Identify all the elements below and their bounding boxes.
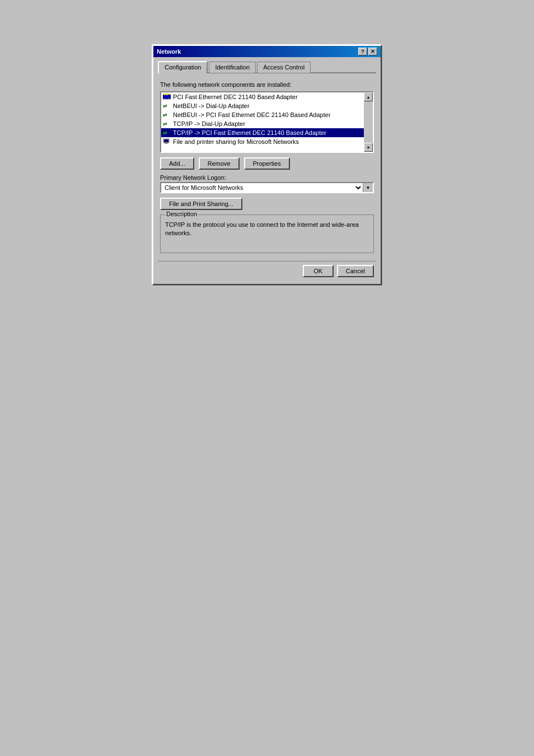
list-item-label: File and printer sharing for Microsoft N… xyxy=(173,138,299,145)
svg-text:⇄: ⇄ xyxy=(163,130,167,136)
svg-text:⇄: ⇄ xyxy=(163,121,167,127)
remove-button[interactable]: Remove xyxy=(199,157,240,170)
list-item[interactable]: ⇄ TCP/IP -> PCI Fast Ethernet DEC 21140 … xyxy=(161,128,364,137)
dialog-body: Configuration Identification Access Cont… xyxy=(153,57,381,284)
svg-rect-7 xyxy=(169,98,170,99)
properties-button[interactable]: Properties xyxy=(244,157,290,170)
close-button[interactable]: ✕ xyxy=(368,48,377,55)
scroll-thumb[interactable] xyxy=(364,101,373,143)
title-bar: Network ? ✕ xyxy=(153,46,381,57)
cancel-button[interactable]: Cancel xyxy=(337,265,374,277)
description-text: TCP/IP is the protocol you use to connec… xyxy=(165,221,369,238)
svg-rect-6 xyxy=(168,98,168,99)
scroll-up-button[interactable]: ▲ xyxy=(364,92,373,101)
primary-logon-dropdown-wrapper[interactable]: Client for Microsoft Networks Windows Lo… xyxy=(160,182,374,193)
help-button[interactable]: ? xyxy=(358,48,367,55)
network-dialog: Network ? ✕ Configuration Identification… xyxy=(152,45,382,285)
tab-content-configuration: The following network components are ins… xyxy=(158,78,376,256)
primary-logon-label: Primary Network Logon: xyxy=(160,174,374,181)
tab-identification[interactable]: Identification xyxy=(209,62,256,73)
svg-rect-2 xyxy=(164,94,166,95)
protocol-icon: ⇄ xyxy=(162,102,171,110)
title-bar-text: Network xyxy=(157,48,181,55)
list-item-label: TCP/IP -> PCI Fast Ethernet DEC 21140 Ba… xyxy=(173,129,326,136)
list-scrollbar[interactable]: ▲ ▼ xyxy=(364,92,373,152)
file-print-sharing-button[interactable]: File and Print Sharing... xyxy=(160,198,242,210)
list-item-label: NetBEUI -> Dial-Up Adapter xyxy=(173,102,250,109)
description-legend: Description xyxy=(165,211,198,217)
list-item[interactable]: ⇄ NetBEUI -> Dial-Up Adapter xyxy=(161,101,364,110)
primary-logon-dropdown[interactable]: Client for Microsoft Networks Windows Lo… xyxy=(161,183,363,192)
list-item[interactable]: File and printer sharing for Microsoft N… xyxy=(161,137,364,146)
description-group: Description TCP/IP is the protocol you u… xyxy=(160,214,374,253)
svg-rect-4 xyxy=(164,98,165,99)
svg-rect-15 xyxy=(165,143,168,144)
tab-strip: Configuration Identification Access Cont… xyxy=(158,60,376,73)
title-bar-buttons: ? ✕ xyxy=(358,48,377,55)
tab-access-control[interactable]: Access Control xyxy=(257,62,311,73)
installed-label: The following network components are ins… xyxy=(160,81,374,88)
list-item[interactable]: ⇄ TCP/IP -> Dial-Up Adapter xyxy=(161,119,364,128)
network-components-list[interactable]: PCI Fast Ethernet DEC 21140 Based Adapte… xyxy=(161,92,364,152)
protocol-icon: ⇄ xyxy=(162,111,171,119)
list-item-label: NetBEUI -> PCI Fast Ethernet DEC 21140 B… xyxy=(173,111,331,118)
list-item-label: TCP/IP -> Dial-Up Adapter xyxy=(173,120,245,127)
add-button[interactable]: Add... xyxy=(160,157,194,170)
list-item[interactable]: PCI Fast Ethernet DEC 21140 Based Adapte… xyxy=(161,92,364,101)
dropdown-arrow-icon[interactable]: ▼ xyxy=(363,183,373,192)
svg-rect-5 xyxy=(165,98,166,99)
share-icon xyxy=(162,138,171,146)
svg-rect-14 xyxy=(165,143,167,143)
network-card-icon xyxy=(162,93,171,101)
svg-rect-13 xyxy=(164,139,168,142)
component-buttons-row: Add... Remove Properties xyxy=(160,157,374,170)
protocol-icon: ⇄ xyxy=(162,120,171,128)
list-item-label: PCI Fast Ethernet DEC 21140 Based Adapte… xyxy=(173,94,298,100)
footer-buttons: OK Cancel xyxy=(158,261,376,279)
tab-configuration[interactable]: Configuration xyxy=(158,61,208,73)
list-item[interactable]: ⇄ NetBEUI -> PCI Fast Ethernet DEC 21140… xyxy=(161,110,364,119)
network-components-list-container: PCI Fast Ethernet DEC 21140 Based Adapte… xyxy=(160,91,374,153)
svg-rect-3 xyxy=(166,94,168,95)
svg-text:⇄: ⇄ xyxy=(163,112,167,118)
svg-text:⇄: ⇄ xyxy=(163,103,167,109)
protocol-icon: ⇄ xyxy=(162,129,171,137)
scroll-down-button[interactable]: ▼ xyxy=(364,143,373,152)
ok-button[interactable]: OK xyxy=(303,265,334,277)
